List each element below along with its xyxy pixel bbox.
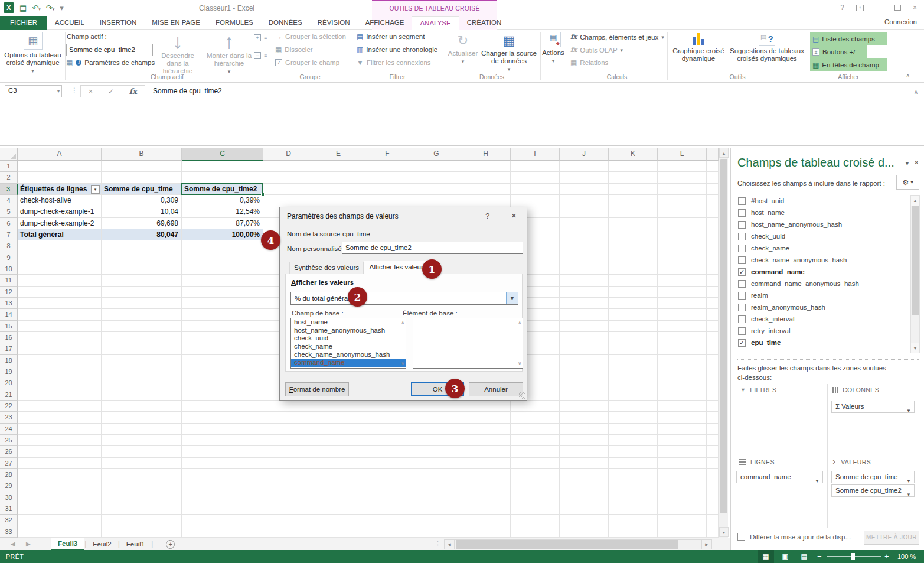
cell-C12[interactable] [182,287,263,298]
cell-B29[interactable] [102,480,182,492]
filter-dropdown-icon[interactable]: ▾ [91,185,100,194]
collapse-ribbon-icon[interactable]: ∧ [906,72,910,79]
cell-E2[interactable] [314,172,363,183]
cell-E32[interactable] [314,515,363,526]
ribbon-tab-affichage[interactable]: AFFICHAGE [358,16,412,30]
pane-close-icon[interactable]: × [914,158,919,167]
scroll-up-icon[interactable]: ∧ [518,320,521,326]
cell-D28[interactable] [263,469,314,480]
cell-A6[interactable]: dump-check-example-2 [18,218,102,229]
defer-checkbox[interactable] [737,533,745,541]
cell-L8[interactable] [658,240,707,252]
cell-G2[interactable] [412,172,461,183]
cell-E31[interactable] [314,503,363,515]
cell-C21[interactable] [182,389,263,401]
cell-K13[interactable] [609,298,658,309]
recommended-pivottables-button[interactable]: ▤? Suggestions de tableaux croisés dynam… [727,32,807,63]
cell-partial-25[interactable] [707,435,719,446]
row-header-29[interactable]: 29 [0,480,18,492]
values-area-item[interactable]: Somme de cpu_time2▼ [831,484,915,497]
field-item-check-name[interactable]: check_name [736,242,910,254]
row-header-6[interactable]: 6 [0,218,18,229]
cell-F32[interactable] [363,515,412,526]
cell-A14[interactable] [18,309,102,320]
row-header-19[interactable]: 19 [0,366,18,377]
cell-F29[interactable] [363,480,412,492]
col-header-D[interactable]: D [263,148,314,161]
cell-L33[interactable] [658,526,707,538]
row-header-17[interactable]: 17 [0,343,18,354]
cell-C22[interactable] [182,401,263,412]
dialog-close-icon[interactable]: × [511,210,517,220]
scroll-down-icon[interactable]: ∨ [518,361,521,366]
cell-K7[interactable] [609,229,658,240]
ribbon-tab-fichier[interactable]: FICHIER [0,16,47,30]
cell-E28[interactable] [314,469,363,480]
row-header-22[interactable]: 22 [0,401,18,412]
cell-L10[interactable] [658,263,707,275]
cell-A32[interactable] [18,515,102,526]
row-header-15[interactable]: 15 [0,321,18,332]
field-item-realm[interactable]: realm [736,289,910,301]
cell-K33[interactable] [609,526,658,538]
cell-partial-5[interactable] [707,206,719,217]
cell-H25[interactable] [461,435,511,446]
cell-H30[interactable] [461,492,511,503]
cell-C26[interactable] [182,446,263,457]
drill-up-button[interactable]: ↑ Monter dans la hiérarchie▾ [205,31,253,74]
cell-J26[interactable] [560,446,609,457]
cell-G31[interactable] [412,503,461,515]
sheet-tab-feuil2[interactable]: Feuil2 [86,538,117,551]
cell-C18[interactable] [182,355,263,366]
cell-K12[interactable] [609,287,658,298]
cell-L9[interactable] [658,252,707,263]
cell-K11[interactable] [609,275,658,286]
row-header-28[interactable]: 28 [0,469,18,480]
cell-partial-10[interactable] [707,263,719,275]
cell-A18[interactable] [18,355,102,366]
cell-A4[interactable]: check-host-alive [18,195,102,206]
sheet-tab-feuil3[interactable]: Feuil3 [51,538,84,551]
chevron-down-icon[interactable]: ▼ [815,476,819,487]
cell-L20[interactable] [658,377,707,389]
ribbon-tab-création[interactable]: CRÉATION [459,16,510,30]
row-header-31[interactable]: 31 [0,503,18,515]
cell-J8[interactable] [560,240,609,252]
cell-E33[interactable] [314,526,363,538]
cell-B15[interactable] [102,321,182,332]
cell-F30[interactable] [363,492,412,503]
cell-F3[interactable] [363,184,412,195]
field-item-check-interval[interactable]: check_interval [736,313,910,325]
cell-H2[interactable] [461,172,511,183]
cell-E26[interactable] [314,446,363,457]
cell-J1[interactable] [560,161,609,172]
cell-L26[interactable] [658,446,707,457]
number-format-button[interactable]: Format de nombre [285,382,349,396]
refresh-button[interactable]: ↻ Actualiser▾ [447,32,479,64]
cell-K28[interactable] [609,469,658,480]
cell-D2[interactable] [263,172,314,183]
cell-L29[interactable] [658,480,707,492]
cell-J12[interactable] [560,287,609,298]
cell-D26[interactable] [263,446,314,457]
cell-B17[interactable] [102,343,182,354]
field-item-check-name-anonymous-hash[interactable]: check_name_anonymous_hash [736,254,910,266]
cell-C9[interactable] [182,252,263,263]
field-item-host-name[interactable]: host_name [736,207,910,219]
cell-L32[interactable] [658,515,707,526]
cell-C14[interactable] [182,309,263,320]
cell-B7[interactable]: 80,047 [102,229,182,240]
cell-L2[interactable] [658,172,707,183]
cell-J6[interactable] [560,218,609,229]
col-header-K[interactable]: K [609,148,658,161]
cell-L23[interactable] [658,412,707,423]
cell-K19[interactable] [609,366,658,377]
values-area-item[interactable]: Somme de cpu_time▼ [831,471,915,483]
field-checkbox[interactable] [738,209,746,217]
field-checkbox[interactable] [738,256,746,264]
filter-connections-button[interactable]: ▼Filtrer les connexions [357,59,431,66]
cell-L12[interactable] [658,287,707,298]
cell-B3[interactable]: Somme de cpu_time [102,184,182,195]
chevron-down-icon[interactable]: ▼ [906,489,911,500]
cell-G24[interactable] [412,424,461,435]
